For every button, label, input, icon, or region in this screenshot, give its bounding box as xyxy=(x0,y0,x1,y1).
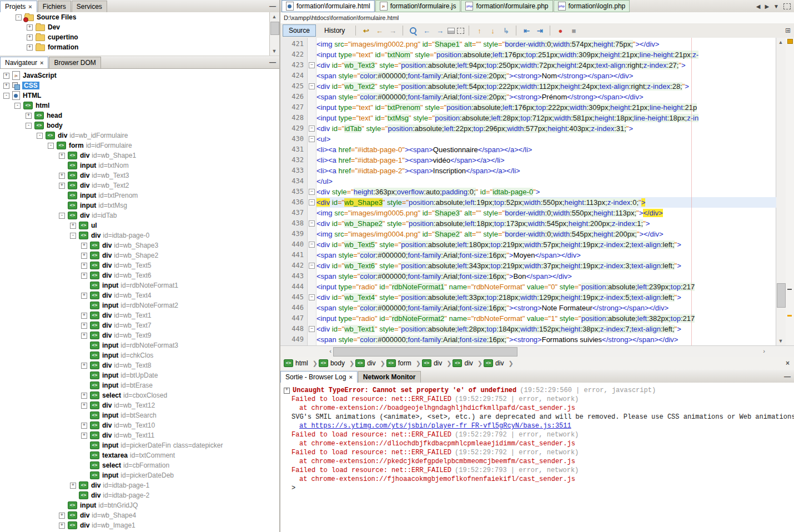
tree-item-javascript[interactable]: +jsJavaScript xyxy=(0,71,279,81)
collapse-fold-icon[interactable]: − xyxy=(309,126,315,132)
tab-formation-formulaire-js[interactable]: jsformation\formulaire.js xyxy=(375,0,461,12)
code-line-432[interactable]: <li><a href="#idtab-page-1"><span>vidéo<… xyxy=(316,155,776,165)
tree-item-wb-text3[interactable]: +<>divid=wb_Text3 xyxy=(0,170,279,180)
tree-item-cbformation[interactable]: <>selectid=cbFormation xyxy=(0,460,279,470)
tab-formation-formulaire-php[interactable]: phpformation\formulaire.php xyxy=(461,0,552,12)
jump-back-icon[interactable]: ← xyxy=(374,26,385,36)
tree-item-rdbnoteformat3[interactable]: <>inputid=rdbNoteFormat3 xyxy=(0,340,279,350)
tree-item-cupertino[interactable]: +cupertino xyxy=(0,32,270,42)
collapse-icon[interactable]: - xyxy=(16,14,22,21)
collapse-icon[interactable]: - xyxy=(48,143,54,149)
tree-item-wb-text8[interactable]: +<>divid=wb_Text8 xyxy=(0,360,279,370)
editor-split-grid-icon[interactable]: ⊞ xyxy=(785,27,791,34)
tree-item-html[interactable]: -HTML xyxy=(0,91,279,101)
error-stripe-caret-mark[interactable] xyxy=(787,289,792,290)
breadcrumb-item-div-4[interactable]: <>div❯ xyxy=(422,359,452,367)
editor-vertical-scrollbar[interactable]: ▲ ▼ xyxy=(776,38,786,345)
tree-item-wb-shape2[interactable]: +<>divid=wb_Shape2 xyxy=(0,250,279,260)
fold-toggle[interactable]: − xyxy=(308,60,316,71)
breadcrumb-item-div-5[interactable]: <>div❯ xyxy=(453,359,483,367)
expand-icon[interactable]: + xyxy=(81,423,87,429)
previous-bookmark-icon[interactable]: ↑ xyxy=(474,26,485,36)
code-line-443[interactable]: <span style="color:#000000;font-family:A… xyxy=(316,271,776,282)
tab-close-icon[interactable]: × xyxy=(349,374,352,380)
shift-line-left-icon[interactable]: ⇤ xyxy=(521,26,532,36)
tree-item-pickerdatefin[interactable]: <>inputid=pickerDateFinclass=datepicker xyxy=(0,440,279,450)
expand-icon[interactable]: + xyxy=(3,73,9,79)
scrollbar-thumb[interactable] xyxy=(333,347,517,357)
code-line-439[interactable]: <img src="images/img0004.png" id="Shape2… xyxy=(316,229,776,239)
code-line-437[interactable]: <img src="images/img0005.png" id="Shape3… xyxy=(316,208,776,218)
scroll-tabs-right-icon[interactable]: ▶ xyxy=(765,3,769,9)
expand-icon[interactable]: + xyxy=(81,253,87,259)
expand-icon[interactable]: + xyxy=(70,223,76,229)
error-stripe-warning-mark[interactable] xyxy=(787,39,793,44)
tree-item-wb-text7[interactable]: +<>divid=wb_Text7 xyxy=(0,320,279,330)
collapse-icon[interactable]: - xyxy=(70,233,76,239)
tree-item-html[interactable]: -<>html xyxy=(0,101,279,111)
tree-item-txtnom[interactable]: <>inputid=txtNom xyxy=(0,160,279,170)
code-line-434[interactable]: </ul> xyxy=(316,176,776,187)
code-line-422[interactable]: <input type="text" id="txtNom" style="po… xyxy=(316,49,776,60)
breadcrumb-item-body-1[interactable]: <>body❯ xyxy=(319,359,354,367)
tree-item-wb-text11[interactable]: +<>divid=wb_Text11 xyxy=(0,430,279,440)
projects-tree[interactable]: -Source Files+Dev+cupertino+formation xyxy=(0,12,270,56)
breadcrumb-item-html-0[interactable]: <>html❯ xyxy=(284,359,318,367)
collapse-fold-icon[interactable]: − xyxy=(309,136,315,142)
code-line-444[interactable]: <input type="radio" id="rdbNoteFormat1" … xyxy=(316,282,776,292)
tree-item-css[interactable]: +CSS xyxy=(0,81,279,91)
breadcrumb-item-form-3[interactable]: <>form❯ xyxy=(386,359,421,367)
expand-icon[interactable]: + xyxy=(81,323,87,329)
tree-item-btupdate[interactable]: <>inputid=btUpDate xyxy=(0,370,279,380)
fold-toggle[interactable]: − xyxy=(308,324,316,334)
tree-item-txtcomment[interactable]: <>textareaid=txtComment xyxy=(0,450,279,460)
fold-toggle[interactable]: − xyxy=(308,197,316,208)
scroll-down-icon[interactable]: ▼ xyxy=(270,47,279,56)
maximize-window-icon[interactable] xyxy=(783,3,791,9)
tab-close-icon[interactable]: × xyxy=(28,3,32,10)
collapse-fold-icon[interactable]: − xyxy=(309,242,315,248)
expand-icon[interactable]: + xyxy=(3,83,9,89)
tree-item-chkclos[interactable]: <>inputid=chkClos xyxy=(0,350,279,360)
code-line-423[interactable]: <div id="wb_Text3" style="position:absol… xyxy=(316,60,776,71)
code-line-448[interactable]: <div id="wb_Text1" style="position:absol… xyxy=(316,324,776,334)
collapse-fold-icon[interactable]: − xyxy=(309,294,315,300)
expand-icon[interactable]: + xyxy=(59,523,65,529)
tree-item-wb-text12[interactable]: +<>divid=wb_Text12 xyxy=(0,400,279,410)
source-editor[interactable]: 4214224234244254264274284294304314324334… xyxy=(280,38,794,345)
expand-icon[interactable]: + xyxy=(70,483,76,489)
code-line-429[interactable]: <div id="idTab" style="position:absolute… xyxy=(316,123,776,134)
tree-item-pickerdatedeb[interactable]: <>inputid=pickerDateDeb xyxy=(0,470,279,480)
tree-item-txtprenom[interactable]: <>inputid=txtPrenom xyxy=(0,190,279,200)
editor-horizontal-scrollbar[interactable]: ‹ › xyxy=(280,345,794,358)
expand-icon[interactable]: + xyxy=(59,183,65,189)
tree-item-rdbnoteformat1[interactable]: <>inputid=rdbNoteFormat1 xyxy=(0,280,279,290)
expand-icon[interactable]: + xyxy=(59,173,65,179)
tab-projets[interactable]: Projets× xyxy=(0,1,37,12)
tree-item-formation[interactable]: +formation xyxy=(0,42,270,52)
tree-item-body[interactable]: -<>body xyxy=(0,121,279,131)
tree-item-wb-text9[interactable]: +<>divid=wb_Text9 xyxy=(0,330,279,340)
breadcrumb-item-div-2[interactable]: <>div❯ xyxy=(355,359,385,367)
tab-fichiers[interactable]: Fichiers xyxy=(38,1,71,12)
collapse-fold-icon[interactable]: − xyxy=(309,83,315,89)
expand-icon[interactable]: + xyxy=(27,34,33,41)
collapse-fold-icon[interactable]: − xyxy=(309,326,315,332)
fold-toggle[interactable]: − xyxy=(308,134,316,144)
expand-icon[interactable]: + xyxy=(81,363,87,369)
expand-icon[interactable]: + xyxy=(81,243,87,249)
last-edit-location-icon[interactable]: ↩ xyxy=(360,26,371,36)
expand-log-entry-icon[interactable]: + xyxy=(284,388,290,394)
code-line-428[interactable]: <input type="text" id="txtMsg" style="po… xyxy=(316,113,776,123)
tab-formation-login-php[interactable]: phpformation\logIn.php xyxy=(554,0,630,12)
scroll-up-icon[interactable]: ▲ xyxy=(776,38,785,47)
scroll-tabs-left-icon[interactable]: ◀ xyxy=(756,3,761,9)
tree-item-wb-shape4[interactable]: +<>divid=wb_Shape4 xyxy=(0,510,279,520)
collapse-icon[interactable]: - xyxy=(59,213,65,219)
code-line-424[interactable]: <span style="color:#000000;font-family:A… xyxy=(316,71,776,81)
fold-toggle[interactable]: − xyxy=(308,239,316,250)
code-line-446[interactable]: <span style="color:#000000;font-family:A… xyxy=(316,303,776,313)
tree-item-idtab-page-1[interactable]: +<>divid=idtab-page-1 xyxy=(0,480,279,490)
tree-item-wb-text4[interactable]: +<>divid=wb_Text4 xyxy=(0,290,279,300)
fold-toggle[interactable]: − xyxy=(308,81,316,92)
